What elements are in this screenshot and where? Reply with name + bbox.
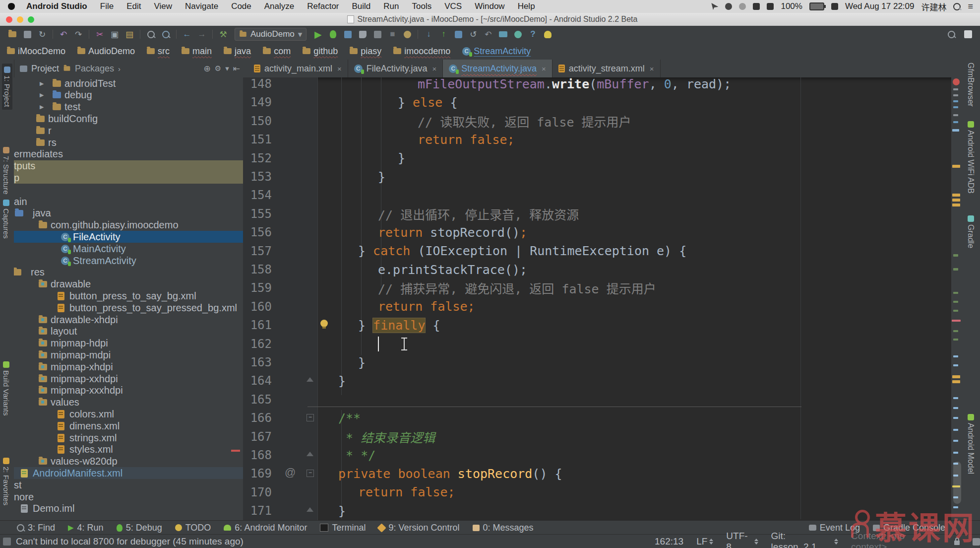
wifi-icon[interactable] xyxy=(767,3,774,10)
code-line-170[interactable]: 170return false; xyxy=(243,483,962,502)
status-circle-icon[interactable] xyxy=(739,3,746,10)
menu-item-vcs[interactable]: VCS xyxy=(438,1,468,11)
tree-item-fileactivity[interactable]: CFileActivity xyxy=(14,231,243,243)
tab-close-icon[interactable]: × xyxy=(337,65,342,73)
line-ending-widget[interactable]: LF xyxy=(696,536,713,547)
toolwindow-button-6-android-monitor[interactable]: 6: Android Monitor xyxy=(224,523,307,533)
project-view-title[interactable]: Project xyxy=(31,64,59,74)
menu-item-android-studio[interactable]: Android Studio xyxy=(20,1,94,11)
tree-item-nore[interactable]: nore xyxy=(14,491,243,503)
menu-item-analyze[interactable]: Analyze xyxy=(258,1,301,11)
editor-scrollbar-thumb[interactable] xyxy=(953,462,961,504)
help-icon[interactable]: ? xyxy=(526,28,539,40)
back-icon[interactable]: ← xyxy=(181,28,193,40)
code-line-158[interactable]: 158e.printStackTrace(); xyxy=(243,260,962,279)
tree-item-buildconfig[interactable]: buildConfig xyxy=(14,113,243,125)
tree-item-streamactivity[interactable]: CStreamActivity xyxy=(14,255,243,267)
code-line-160[interactable]: 160return false; xyxy=(243,297,962,316)
spotlight-icon[interactable] xyxy=(953,3,961,10)
tree-item-rs[interactable]: rs xyxy=(14,137,243,148)
open-file-icon[interactable] xyxy=(6,28,19,40)
tree-item-ermediates[interactable]: ermediates xyxy=(14,148,243,160)
tree-item-button-press-to-say-pressed-bg-xml[interactable]: button_press_to_say_pressed_bg.xml xyxy=(14,302,243,314)
intention-bulb-icon[interactable] xyxy=(320,320,328,327)
tree-item-demo-iml[interactable]: Demo.iml xyxy=(14,503,243,515)
tree-item-mainactivity[interactable]: CMainActivity xyxy=(14,243,243,255)
tab-activity_stream-xml[interactable]: activity_stream.xml× xyxy=(552,60,661,77)
breadcrumb-item-github[interactable]: github xyxy=(303,46,338,57)
tree-item-tputs[interactable]: tputs xyxy=(14,160,243,172)
tree-item-layout[interactable]: layout xyxy=(14,326,243,338)
menu-clock[interactable]: Wed Aug 17 22:09 xyxy=(845,1,915,11)
tab-activity_main-xml[interactable]: activity_main.xml× xyxy=(248,60,348,77)
toolwindow-button-todo[interactable]: TODO xyxy=(175,523,211,533)
panel-settings-arrow-icon[interactable]: ▾ xyxy=(225,64,229,73)
packages-view-title[interactable]: Packages xyxy=(75,64,114,74)
code-line-155[interactable]: 155// 退出循环, 停止录音, 释放资源 xyxy=(243,205,962,223)
code-line-157[interactable]: 157} catch (IOException | RuntimeExcepti… xyxy=(243,242,962,261)
code-line-152[interactable]: 152} xyxy=(243,149,962,168)
breadcrumb-item-com[interactable]: com xyxy=(263,46,291,57)
fold-collapse-icon[interactable]: − xyxy=(306,414,314,421)
paste-icon[interactable]: ▤ xyxy=(123,28,136,40)
tree-item-colors-xml[interactable]: colors.xml xyxy=(14,408,243,420)
breadcrumb-item-java[interactable]: java xyxy=(224,46,251,57)
build-hammer-icon[interactable]: ⚒ xyxy=(217,28,230,40)
highlighting-level-icon[interactable] xyxy=(973,538,980,546)
undo-icon[interactable]: ↶ xyxy=(57,28,70,40)
forward-icon[interactable]: → xyxy=(195,28,208,40)
upload-icon[interactable] xyxy=(452,28,465,40)
tab-close-icon[interactable]: × xyxy=(432,65,437,73)
code-line-164[interactable]: 164} xyxy=(243,371,962,390)
stop-button[interactable]: ■ xyxy=(386,28,399,40)
history-icon[interactable]: ↺ xyxy=(467,28,480,40)
stripe-button-android-model[interactable]: Android Model xyxy=(966,414,975,474)
tab-fileactivity-java[interactable]: CFileActivity.java× xyxy=(348,60,443,77)
stripe-button-7-structure[interactable]: 7: Structure xyxy=(2,147,10,195)
toolwindow-button-9-version-control[interactable]: 9: Version Control xyxy=(378,523,459,533)
code-line-167[interactable]: 167 * 结束录音逻辑 xyxy=(243,427,962,446)
stripe-button-captures[interactable]: Captures xyxy=(2,200,10,239)
tab-close-icon[interactable]: × xyxy=(650,65,654,73)
breadcrumb-item-main[interactable]: main xyxy=(182,46,212,57)
tree-item-com-github-piasy-imoocdemo[interactable]: com.github.piasy.imoocdemo xyxy=(14,219,243,231)
restart-button[interactable] xyxy=(401,28,414,40)
menu-item-build[interactable]: Build xyxy=(346,1,377,11)
code-line-150[interactable]: 150// 读取失败, 返回 false 提示用户 xyxy=(243,112,962,131)
tree-item-ain[interactable]: ain xyxy=(14,196,243,207)
tree-item-mipmap-xxhdpi[interactable]: mipmap-xxhdpi xyxy=(14,373,243,385)
save-all-icon[interactable] xyxy=(21,28,34,40)
run-button[interactable]: ▶ xyxy=(311,28,324,40)
menu-item-tools[interactable]: Tools xyxy=(406,1,438,11)
code-line-153[interactable]: 153} xyxy=(243,167,962,186)
menu-item-file[interactable]: File xyxy=(94,1,120,11)
find-icon[interactable] xyxy=(144,28,157,40)
breadcrumb-item-src[interactable]: src xyxy=(147,46,170,57)
notification-center-icon[interactable]: ≡ xyxy=(968,1,973,12)
code-line-161[interactable]: 161} finally { xyxy=(243,316,962,335)
profiler-button[interactable] xyxy=(371,28,384,40)
panel-settings-icon[interactable]: ⚙ xyxy=(215,64,221,73)
tree-item-mipmap-mdpi[interactable]: mipmap-mdpi xyxy=(14,349,243,361)
minimize-window-button[interactable] xyxy=(17,16,23,23)
fold-arrow-icon[interactable] xyxy=(306,452,313,456)
screen-capture-icon[interactable] xyxy=(496,28,509,40)
fold-collapse-icon[interactable]: − xyxy=(306,470,314,477)
tree-item-button-press-to-say-bg-xml[interactable]: button_press_to_say_bg.xml xyxy=(14,290,243,302)
vcs-commit-icon[interactable]: ↑ xyxy=(437,28,450,40)
tree-item-androidtest[interactable]: ▶androidTest xyxy=(14,77,243,89)
copy-icon[interactable]: ▣ xyxy=(108,28,121,40)
tree-item-styles-xml[interactable]: styles.xml xyxy=(14,444,243,456)
breadcrumb-item-piasy[interactable]: piasy xyxy=(350,46,381,57)
tree-item-values[interactable]: values xyxy=(14,397,243,409)
code-line-166[interactable]: 166−/** xyxy=(243,409,962,427)
fold-arrow-icon[interactable] xyxy=(306,507,313,512)
bluetooth-icon[interactable] xyxy=(753,3,760,10)
menu-item-edit[interactable]: Edit xyxy=(120,1,147,11)
code-line-154[interactable]: 154 xyxy=(243,186,962,205)
breadcrumb-item-imoocdemo[interactable]: iMoocDemo xyxy=(7,46,65,57)
avd-manager-icon[interactable] xyxy=(541,28,554,40)
close-window-button[interactable] xyxy=(6,16,12,23)
code-line-148[interactable]: 148mFileOutputStream.write(mBuffer, 0, r… xyxy=(243,77,962,93)
stripe-button-gradle[interactable]: Gradle xyxy=(966,215,975,248)
